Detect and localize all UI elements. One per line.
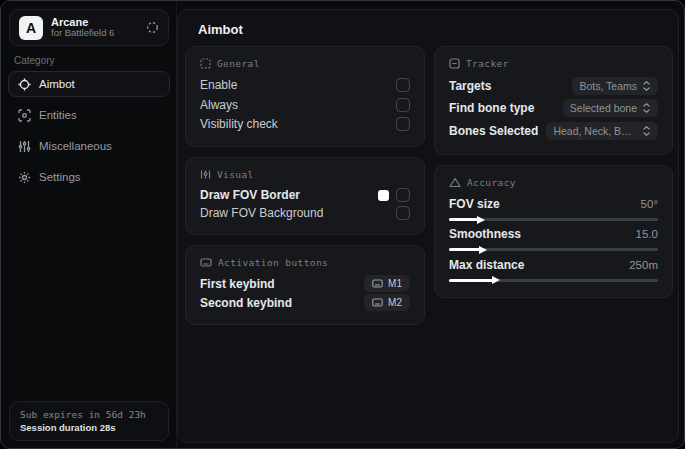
- setting-label: Max distance: [449, 258, 524, 272]
- brand-card: A Arcane for Battlefield 6: [9, 9, 169, 46]
- brand-subtitle: for Battlefield 6: [51, 28, 138, 39]
- tracker-header-label: Tracker: [466, 58, 509, 69]
- slider-top: Max distance 250m: [449, 258, 658, 272]
- scan-icon: [18, 109, 31, 122]
- bones-selected-dropdown[interactable]: Head, Neck, Body, Pe..: [546, 122, 658, 140]
- setting-row-always: Always: [200, 95, 410, 115]
- slider-thumb[interactable]: [477, 216, 485, 224]
- accuracy-header: Accuracy: [449, 177, 658, 188]
- sidebar-item-settings[interactable]: Settings: [8, 164, 170, 190]
- visibility-check-checkbox[interactable]: [396, 117, 410, 131]
- app-window: A Arcane for Battlefield 6 Category Aimb…: [0, 0, 685, 449]
- unfold-icon: [642, 126, 651, 136]
- tracker-card: Tracker Targets Bots, Teams Find bone ty…: [434, 46, 673, 155]
- always-checkbox[interactable]: [396, 98, 410, 112]
- general-header-label: General: [217, 58, 260, 69]
- smoothness-block: Smoothness 15.0: [449, 224, 658, 254]
- setting-label: Visibility check: [200, 117, 278, 131]
- slider-thumb[interactable]: [492, 276, 500, 284]
- second-keybind-button[interactable]: M2: [364, 294, 410, 311]
- controls: [378, 188, 410, 202]
- setting-row-second-keybind: Second keybind M2: [200, 293, 410, 312]
- setting-row-targets: Targets Bots, Teams: [449, 75, 658, 97]
- setting-label: First keybind: [200, 277, 275, 291]
- slider-top: FOV size 50°: [449, 197, 658, 211]
- setting-row-first-keybind: First keybind M1: [200, 274, 410, 293]
- brand-text: Arcane for Battlefield 6: [51, 16, 138, 40]
- box-minus-icon: [449, 58, 460, 69]
- activation-header: Activation buttons: [200, 257, 410, 268]
- options-icon: [200, 169, 211, 180]
- setting-row-enable: Enable: [200, 75, 410, 95]
- visual-header-label: Visual: [217, 169, 254, 180]
- fov-border-color-swatch[interactable]: [378, 190, 389, 201]
- setting-row-visibility-check: Visibility check: [200, 114, 410, 134]
- setting-row-find-bone-type: Find bone type Selected bone: [449, 97, 658, 119]
- category-label: Category: [14, 55, 55, 66]
- slider-value: 15.0: [636, 228, 658, 240]
- keybind-value: M2: [388, 297, 402, 308]
- dashed-box-icon: [200, 58, 211, 69]
- visual-card: Visual Draw FOV Border Draw FOV Backgrou…: [185, 157, 425, 235]
- setting-label: Bones Selected: [449, 124, 538, 138]
- first-keybind-button[interactable]: M1: [364, 275, 410, 292]
- accuracy-card: Accuracy FOV size 50° Smoothness 15.0: [434, 165, 673, 298]
- draw-fov-border-checkbox[interactable]: [396, 188, 410, 202]
- setting-label: FOV size: [449, 197, 500, 211]
- setting-label: Enable: [200, 78, 237, 92]
- draw-fov-background-checkbox[interactable]: [396, 206, 410, 220]
- targets-dropdown[interactable]: Bots, Teams: [572, 77, 658, 95]
- session-duration: Session duration 28s: [20, 422, 158, 433]
- slider-thumb[interactable]: [479, 246, 487, 254]
- setting-row-bones-selected: Bones Selected Head, Neck, Body, Pe..: [449, 120, 658, 142]
- setting-label: Targets: [449, 79, 491, 93]
- dropdown-value: Selected bone: [570, 102, 637, 114]
- dropdown-value: Bots, Teams: [579, 80, 637, 92]
- max-distance-slider[interactable]: [449, 279, 658, 282]
- sliders-icon: [18, 140, 31, 153]
- sidebar-item-label: Entities: [39, 109, 77, 121]
- slider-top: Smoothness 15.0: [449, 227, 658, 241]
- fov-size-slider[interactable]: [449, 218, 658, 221]
- unfold-icon: [642, 103, 651, 113]
- sidebar-item-aimbot[interactable]: Aimbot: [8, 71, 170, 97]
- accuracy-header-label: Accuracy: [467, 177, 516, 188]
- keyboard-icon: [200, 257, 212, 268]
- unfold-icon: [642, 81, 651, 91]
- smoothness-slider[interactable]: [449, 248, 658, 251]
- setting-label: Second keybind: [200, 296, 292, 310]
- slider-value: 50°: [641, 198, 658, 210]
- main-panel: Aimbot General Enable Always Visibili: [177, 9, 679, 443]
- general-card: General Enable Always Visibility check: [185, 46, 425, 147]
- visual-header: Visual: [200, 169, 410, 180]
- keyboard-icon: [372, 279, 383, 288]
- page-title: Aimbot: [198, 22, 243, 37]
- setting-row-draw-fov-border: Draw FOV Border: [200, 186, 410, 204]
- tracker-header: Tracker: [449, 58, 658, 69]
- sidebar-nav: Aimbot Entities Miscella: [8, 71, 170, 190]
- setting-label: Draw FOV Background: [200, 206, 323, 220]
- status-card: Sub expires in 56d 23h Session duration …: [9, 401, 169, 441]
- activation-header-label: Activation buttons: [218, 257, 328, 268]
- gear-icon: [18, 171, 31, 184]
- dropdown-value: Head, Neck, Body, Pe..: [553, 125, 637, 137]
- setting-label: Draw FOV Border: [200, 188, 300, 202]
- activation-card: Activation buttons First keybind M1 Seco…: [185, 245, 425, 325]
- slider-value: 250m: [629, 259, 658, 271]
- sidebar-item-entities[interactable]: Entities: [8, 102, 170, 128]
- fov-size-block: FOV size 50°: [449, 194, 658, 224]
- sidebar-item-miscellaneous[interactable]: Miscellaneous: [8, 133, 170, 159]
- sidebar-item-label: Aimbot: [39, 78, 75, 90]
- setting-label: Always: [200, 98, 238, 112]
- brand-logo: A: [19, 16, 43, 40]
- subscription-status: Sub expires in 56d 23h: [20, 409, 158, 420]
- setting-label: Find bone type: [449, 101, 534, 115]
- loading-spinner-icon: [146, 21, 159, 34]
- setting-label: Smoothness: [449, 227, 521, 241]
- setting-row-draw-fov-background: Draw FOV Background: [200, 204, 410, 222]
- find-bone-type-dropdown[interactable]: Selected bone: [563, 99, 658, 117]
- enable-checkbox[interactable]: [396, 78, 410, 92]
- max-distance-block: Max distance 250m: [449, 255, 658, 285]
- sidebar-item-label: Settings: [39, 171, 81, 183]
- keyboard-icon: [372, 298, 383, 307]
